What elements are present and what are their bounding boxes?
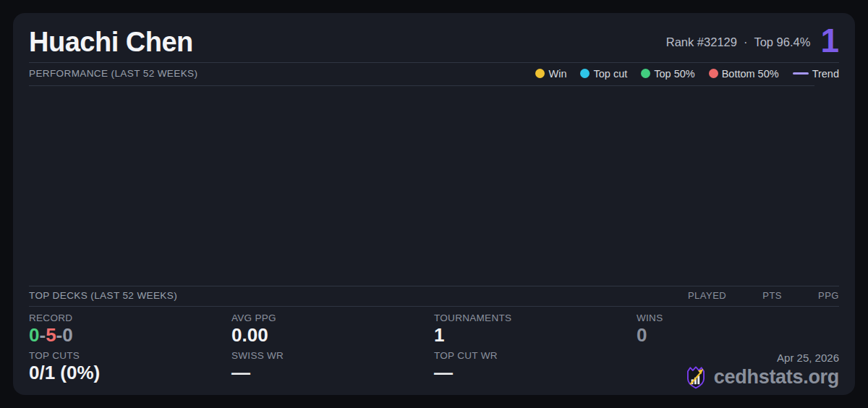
stat-record: RECORD 0-5-0	[29, 313, 231, 350]
stat-wins: WINS 0	[637, 313, 839, 350]
stat-label: TOP CUT WR	[434, 350, 637, 361]
top-cut-wr-value: —	[434, 363, 637, 383]
win-dot-icon	[535, 69, 545, 78]
record-wins: 0	[29, 324, 39, 346]
stat-label: TOP CUTS	[29, 350, 231, 361]
card-header: Huachi Chen Rank #32129 · Top 96.4% 1	[29, 23, 839, 61]
brand: cedhstats.org	[684, 365, 839, 389]
wins-value: 0	[637, 326, 839, 345]
percentile-text: Top 96.4%	[754, 35, 810, 49]
legend-label: Top cut	[593, 68, 627, 80]
legend-label: Trend	[812, 68, 839, 80]
stat-label: RECORD	[29, 313, 231, 323]
date-text: Apr 25, 2026	[777, 352, 839, 364]
legend-item-win: Win	[535, 68, 566, 80]
top-decks-columns: PLAYED PTS PPG	[688, 290, 839, 301]
bottom-50-dot-icon	[709, 69, 718, 78]
top-50-dot-icon	[641, 69, 650, 78]
legend-label: Top 50%	[654, 68, 694, 80]
legend-item-trend: Trend	[793, 68, 839, 80]
stat-label: TOURNAMENTS	[434, 313, 637, 323]
performance-chart	[29, 86, 839, 284]
record-draws: 0	[62, 324, 72, 346]
legend-item-top-cut: Top cut	[580, 68, 627, 80]
stat-tournaments: TOURNAMENTS 1	[434, 313, 637, 350]
record-dash: -	[39, 324, 46, 346]
rank-text: Rank #32129	[666, 35, 737, 49]
performance-header: PERFORMANCE (LAST 52 WEEKS) Win Top cut …	[29, 63, 839, 84]
column-header-played: PLAYED	[688, 290, 726, 301]
badge-count: 1	[820, 24, 839, 57]
stat-top-cuts: TOP CUTS 0/1 (0%)	[29, 350, 231, 389]
player-stats-card: Huachi Chen Rank #32129 · Top 96.4% 1 PE…	[13, 13, 855, 395]
tournaments-value: 1	[434, 326, 637, 345]
record-value: 0-5-0	[29, 326, 231, 345]
legend-item-bottom-50: Bottom 50%	[709, 68, 779, 80]
brand-text: cedhstats.org	[714, 366, 839, 388]
performance-title: PERFORMANCE (LAST 52 WEEKS)	[29, 68, 197, 79]
legend-item-top-50: Top 50%	[641, 68, 694, 80]
cedhstats-logo-icon	[684, 365, 708, 389]
column-header-pts: PTS	[762, 290, 782, 301]
column-header-ppg: PPG	[818, 290, 839, 301]
chart-legend: Win Top cut Top 50% Bottom 50% Trend	[535, 68, 839, 80]
top-decks-title: TOP DECKS (LAST 52 WEEKS)	[29, 290, 177, 301]
stat-swiss-wr: SWISS WR —	[231, 350, 434, 389]
rank-separator-dot: ·	[744, 35, 748, 49]
top-decks-header: TOP DECKS (LAST 52 WEEKS) PLAYED PTS PPG	[29, 286, 839, 305]
top-cut-dot-icon	[580, 69, 590, 78]
top-cuts-value: 0/1 (0%)	[29, 363, 231, 383]
stat-top-cut-wr: TOP CUT WR —	[434, 350, 637, 389]
legend-label: Bottom 50%	[722, 68, 779, 80]
card-footer: Apr 25, 2026 cedhstats.org	[637, 350, 839, 389]
record-losses: 5	[46, 324, 56, 346]
legend-label: Win	[548, 68, 566, 80]
stat-label: WINS	[637, 313, 839, 323]
stat-label: AVG PPG	[231, 313, 434, 323]
stat-avg-ppg: AVG PPG 0.00	[231, 313, 434, 350]
stats-grid: RECORD 0-5-0 AVG PPG 0.00 TOURNAMENTS 1 …	[29, 307, 839, 389]
stat-label: SWISS WR	[231, 350, 434, 361]
avg-ppg-value: 0.00	[231, 326, 434, 345]
page-title: Huachi Chen	[29, 27, 666, 58]
rank-line: Rank #32129 · Top 96.4%	[666, 35, 811, 49]
trend-line-icon	[793, 72, 809, 75]
record-dash: -	[56, 324, 63, 346]
swiss-wr-value: —	[231, 363, 434, 383]
